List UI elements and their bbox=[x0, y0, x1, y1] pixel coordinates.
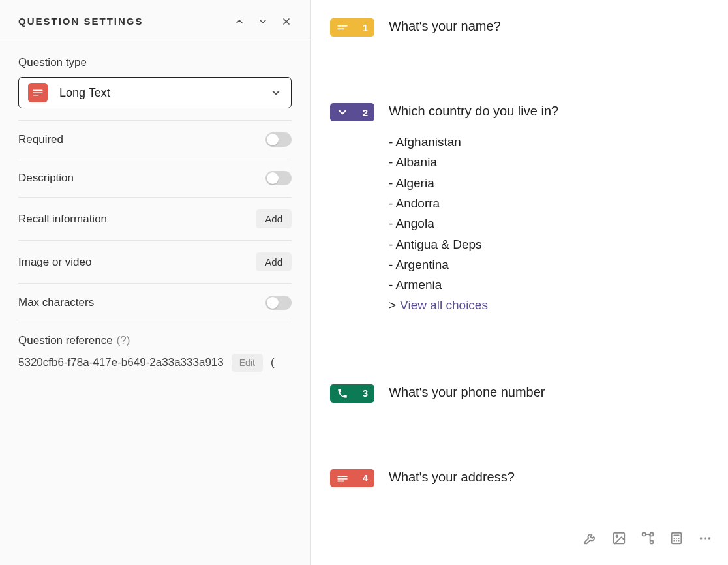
question-title: What's your name? bbox=[389, 17, 708, 35]
phone-icon bbox=[337, 388, 348, 399]
question-number: 4 bbox=[357, 472, 368, 483]
long-text-icon bbox=[28, 83, 48, 102]
question-item[interactable]: 1 What's your name? bbox=[330, 17, 708, 37]
question-badge: 3 bbox=[330, 384, 374, 403]
question-type-select[interactable]: Long Text bbox=[18, 77, 292, 108]
panel-body: Question type Long Text Required Descrip… bbox=[0, 40, 310, 399]
view-all-link[interactable]: View all choices bbox=[400, 298, 488, 312]
list-item: Angola bbox=[389, 213, 708, 234]
question-number: 1 bbox=[357, 22, 368, 33]
next-question-icon[interactable] bbox=[258, 16, 268, 27]
floating-toolbar bbox=[583, 531, 712, 545]
reference-value: 5320cfb6-f78a-417e-b649-2a33a333a913 bbox=[18, 356, 224, 369]
prev-question-icon[interactable] bbox=[234, 16, 245, 27]
long-text-icon bbox=[337, 472, 348, 484]
panel-actions bbox=[234, 16, 292, 27]
question-item[interactable]: 3 What's your phone number bbox=[330, 383, 708, 403]
recall-section: Recall information Add bbox=[18, 198, 292, 241]
question-title: What's your phone number bbox=[389, 383, 708, 401]
question-settings-panel: QUESTION SETTINGS Question type bbox=[0, 0, 311, 565]
reference-overflow: ( bbox=[271, 356, 275, 369]
description-label: Description bbox=[18, 172, 74, 185]
list-item: Armenia bbox=[389, 275, 708, 295]
branch-icon[interactable] bbox=[641, 531, 655, 545]
question-list: 1 What's your name? 2 Which country do y… bbox=[311, 0, 728, 565]
image-icon[interactable] bbox=[612, 531, 626, 545]
question-item[interactable]: 2 Which country do you live in? Afghanis… bbox=[330, 102, 708, 313]
media-section: Image or video Add bbox=[18, 241, 292, 284]
required-toggle[interactable] bbox=[265, 132, 292, 147]
required-label: Required bbox=[18, 133, 63, 146]
question-badge: 1 bbox=[330, 18, 374, 37]
svg-point-24 bbox=[704, 537, 706, 540]
media-add-button[interactable]: Add bbox=[256, 252, 292, 271]
chevron-down-icon bbox=[337, 106, 348, 118]
max-chars-label: Max characters bbox=[18, 296, 94, 309]
list-item: Andorra bbox=[389, 193, 708, 213]
svg-rect-14 bbox=[650, 541, 654, 544]
short-text-icon bbox=[337, 22, 348, 33]
list-item: Antigua & Deps bbox=[389, 234, 708, 254]
question-type-value: Long Text bbox=[59, 86, 270, 100]
svg-point-23 bbox=[700, 537, 703, 540]
view-all-choices[interactable]: >View all choices bbox=[389, 298, 708, 313]
list-item: Afghanistan bbox=[389, 132, 708, 152]
question-number: 2 bbox=[357, 107, 368, 118]
reference-edit-button[interactable]: Edit bbox=[232, 354, 263, 372]
panel-title: QUESTION SETTINGS bbox=[18, 16, 144, 27]
reference-label: Question reference bbox=[18, 334, 113, 347]
question-badge: 4 bbox=[330, 469, 374, 487]
list-item: Argentina bbox=[389, 254, 708, 275]
max-chars-toggle[interactable] bbox=[265, 296, 292, 310]
media-label: Image or video bbox=[18, 256, 91, 269]
more-icon[interactable] bbox=[698, 531, 712, 545]
wrench-icon[interactable] bbox=[583, 531, 598, 545]
question-badge: 2 bbox=[330, 103, 374, 121]
description-toggle[interactable] bbox=[265, 171, 292, 185]
recall-label: Recall information bbox=[18, 213, 107, 226]
recall-add-button[interactable]: Add bbox=[256, 209, 292, 228]
max-chars-section: Max characters bbox=[18, 284, 292, 322]
chevron-right-icon: > bbox=[389, 298, 396, 312]
calculator-icon[interactable] bbox=[669, 531, 684, 545]
chevron-down-icon bbox=[270, 87, 282, 99]
question-title: What's your address? bbox=[389, 468, 708, 486]
reference-hint[interactable]: (?) bbox=[117, 334, 130, 347]
question-type-section: Question type Long Text bbox=[18, 56, 292, 121]
svg-point-11 bbox=[616, 535, 618, 537]
description-section: Description bbox=[18, 159, 292, 198]
question-type-label: Question type bbox=[18, 56, 292, 69]
question-title: Which country do you live in? bbox=[389, 102, 708, 120]
question-choices: Afghanistan Albania Algeria Andorra Ango… bbox=[389, 132, 708, 296]
list-item: Algeria bbox=[389, 173, 708, 193]
close-icon[interactable] bbox=[281, 16, 292, 27]
question-number: 3 bbox=[357, 388, 368, 399]
question-item[interactable]: 4 What's your address? bbox=[330, 468, 708, 487]
required-section: Required bbox=[18, 121, 292, 159]
svg-point-25 bbox=[708, 537, 711, 540]
reference-section: Question reference (?) 5320cfb6-f78a-417… bbox=[18, 322, 292, 384]
panel-header: QUESTION SETTINGS bbox=[0, 0, 310, 40]
list-item: Albania bbox=[389, 152, 708, 172]
